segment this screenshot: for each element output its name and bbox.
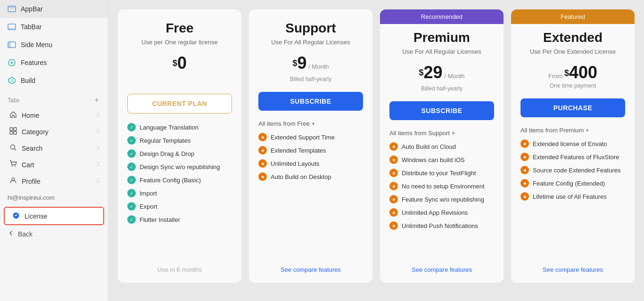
feature-text: Feature Sync w/o republishing [402, 196, 484, 203]
svg-rect-3 [8, 28, 16, 30]
check-icon: ✓ [127, 149, 136, 158]
feature-item: ★ Extended license of Envato [520, 139, 625, 148]
sidebar-license-label: License [25, 212, 47, 220]
sidebar-item-category[interactable]: Category ⠿ [0, 123, 108, 140]
star-icon: ★ [258, 133, 267, 141]
feature-text: Auto Build on Desktop [271, 173, 331, 180]
pricing-card-extended: FeaturedExtendedUse Per One Extended Lic… [511, 9, 635, 283]
compare-features-link-support[interactable]: See compare features [258, 266, 363, 273]
plan-button-support[interactable]: SUBSCRIBE [258, 92, 363, 111]
feature-text: Extended Templates [271, 147, 326, 154]
star-icon: ★ [389, 169, 398, 177]
feature-text: Design Sync w/o republishing [140, 163, 220, 171]
feature-item: ★ Unlimited App Revisions [389, 208, 494, 217]
plan-button-extended[interactable]: PURCHASE [520, 98, 625, 117]
sidebar-item-license[interactable]: License [4, 207, 104, 225]
back-label: Back [18, 230, 33, 238]
sidebar-build-label: Build [21, 77, 35, 84]
feature-text: Auto Build on Cloud [402, 143, 456, 150]
feature-text: No need to setup Environment [402, 183, 485, 190]
sidebar-item-features[interactable]: Features [0, 54, 108, 72]
star-icon: ★ [258, 159, 267, 168]
svg-line-16 [15, 149, 17, 151]
compare-features-link-premium[interactable]: See compare features [389, 266, 494, 273]
drag-handle[interactable]: ⠿ [96, 129, 100, 135]
tab-search-label: Search [22, 145, 42, 152]
card-footer-premium: See compare features [389, 253, 494, 273]
compare-features-link-extended[interactable]: See compare features [520, 266, 625, 273]
features-header-premium: All items from Support + [389, 130, 494, 137]
add-tab-button[interactable]: ＋ [93, 95, 100, 105]
card-footer-extended: See compare features [520, 253, 625, 273]
plan-price-from: From $400 [520, 63, 625, 82]
sidebar-item-build[interactable]: Build [0, 72, 108, 89]
feature-text: Unlimited Layouts [271, 160, 319, 167]
check-icon: ✓ [127, 215, 136, 224]
plan-desc-premium: Use For All Regular Licenses [389, 48, 494, 55]
feature-text: Regular Templates [140, 137, 190, 144]
feature-item: ★ Extended Support Time [258, 133, 363, 141]
feature-text: Extended license of Envato [533, 140, 607, 147]
sidebar-item-appbar[interactable]: AppBar [0, 0, 108, 18]
features-icon [8, 58, 16, 67]
feature-item: ✓ Feature Config (Basic) [127, 176, 232, 184]
sidebar-item-profile[interactable]: Profile ⠿ [0, 173, 108, 189]
star-icon: ★ [389, 142, 398, 151]
star-icon: ★ [520, 179, 529, 187]
plan-button-premium[interactable]: SUBSCRIBE [389, 101, 494, 120]
svg-rect-1 [8, 6, 16, 8]
feature-list-support: ★ Extended Support Time ★ Extended Templ… [258, 133, 363, 253]
feature-list-extended: ★ Extended license of Envato ★ Extended … [520, 139, 625, 253]
feature-text: Import [140, 190, 157, 197]
sidebar-back-button[interactable]: Back [0, 226, 108, 242]
sidebar-sidemenu-label: Side Menu [21, 41, 52, 49]
license-shield-icon [12, 212, 20, 220]
check-icon: ✓ [127, 176, 136, 184]
tabs-section: Tabs ＋ [0, 89, 108, 107]
feature-item: ✓ Language Translation [127, 123, 232, 131]
feature-text: Export [140, 203, 157, 210]
plan-name-free: Free [127, 21, 232, 36]
feature-text: Extended Features of FluxStore [533, 154, 619, 161]
search-icon [9, 144, 17, 153]
sidebar-item-sidemenu[interactable]: Side Menu [0, 36, 108, 54]
sidebar-item-search[interactable]: Search ⠿ [0, 140, 108, 156]
feature-item: ★ Extended Features of FluxStore [520, 153, 625, 161]
pricing-card-support: SupportUse For All Regular Licenses$9 / … [249, 9, 372, 283]
drag-handle[interactable]: ⠿ [96, 112, 100, 119]
plan-price-premium: $29 / Month [389, 63, 494, 82]
feature-text: Unlimited App Revisions [402, 209, 468, 216]
pricing-card-premium: RecommendedPremiumUse For All Regular Li… [380, 9, 504, 283]
card-footer-text: Use in 6 months [127, 266, 232, 273]
drag-handle[interactable]: ⠿ [96, 178, 100, 185]
star-icon: ★ [520, 166, 529, 174]
feature-text: Lifetime use of All Features [533, 193, 607, 200]
check-icon: ✓ [127, 189, 136, 197]
card-footer-free: Use in 6 months [127, 259, 232, 273]
drag-handle[interactable]: ⠿ [96, 162, 100, 168]
feature-text: Feature Config (Extended) [533, 180, 605, 187]
plan-button-free[interactable]: CURRENT PLAN [127, 94, 232, 114]
plan-name-support: Support [258, 21, 363, 36]
svg-rect-5 [8, 42, 11, 48]
feature-text: Windows can build iOS [402, 156, 465, 163]
feature-item: ★ Feature Config (Extended) [520, 179, 625, 187]
svg-rect-13 [10, 131, 13, 134]
svg-point-15 [11, 145, 15, 149]
sidebar-item-cart[interactable]: Cart ⠿ [0, 156, 108, 173]
category-icon [9, 127, 17, 136]
svg-rect-14 [14, 131, 17, 134]
check-icon: ✓ [127, 123, 136, 131]
feature-item: ★ Windows can build iOS [389, 155, 494, 164]
feature-text: Feature Config (Basic) [140, 177, 201, 184]
svg-rect-12 [14, 128, 17, 130]
feature-list-free: ✓ Language Translation ✓ Regular Templat… [127, 123, 232, 259]
feature-item: ★ Unlimited Layouts [258, 159, 363, 168]
feature-item: ★ Extended Templates [258, 146, 363, 155]
tabbar-icon [8, 23, 16, 31]
feature-item: ★ Source code Extended Features [520, 166, 625, 174]
star-icon: ★ [258, 146, 267, 155]
drag-handle[interactable]: ⠿ [96, 145, 100, 152]
sidebar-item-home[interactable]: Home ⠿ [0, 107, 108, 123]
sidebar-item-tabbar[interactable]: TabBar [0, 18, 108, 36]
